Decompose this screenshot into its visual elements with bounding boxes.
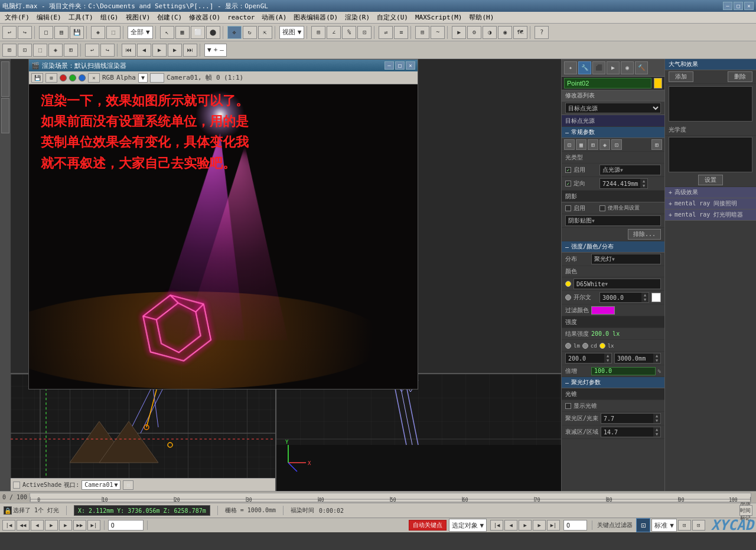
mental-ray-indirect-section[interactable]: + mental ray 间接照明 — [665, 198, 756, 209]
redo-btn[interactable]: ↪ — [18, 26, 32, 39]
align-btn[interactable]: ≡ — [394, 26, 408, 39]
render-btn[interactable]: ▶ — [452, 26, 466, 39]
atmosphere-section[interactable]: 大气和效果 — [665, 59, 756, 70]
shadow-global-checkbox[interactable] — [599, 205, 605, 211]
spotlight-section[interactable]: — 聚光灯参数 — [562, 377, 664, 388]
menu-render[interactable]: 渲染(R) — [341, 12, 373, 23]
mod-icon5[interactable]: ⊡ — [611, 139, 622, 150]
spinner-snap-btn[interactable]: ⊡ — [357, 26, 372, 39]
mirror-btn[interactable]: ⇌ — [379, 26, 393, 39]
minimize-btn[interactable]: — — [723, 2, 732, 10]
layer-btn[interactable]: ⊞ — [415, 26, 429, 39]
lx-indicator[interactable] — [599, 343, 605, 349]
open-btn[interactable]: ▤ — [54, 26, 69, 39]
mod-icon2[interactable]: ▦ — [576, 139, 586, 150]
select-target-dropdown[interactable]: 选定对象 ▼ — [449, 519, 487, 532]
help-btn[interactable]: ? — [535, 26, 549, 39]
filter-dropdown[interactable]: 全部 ▼ — [128, 26, 153, 39]
object-color-swatch[interactable] — [654, 78, 662, 89]
mod-icon6[interactable]: ⊞ — [651, 139, 662, 150]
menu-reactor[interactable]: reactor — [224, 12, 258, 22]
object-name-input[interactable] — [564, 78, 651, 89]
maximize-btn[interactable]: □ — [734, 2, 743, 10]
mental-ray-shader-section[interactable]: + mental ray 灯光明暗器 — [665, 209, 756, 221]
circle-btn[interactable]: ⬤ — [206, 26, 220, 39]
anim-play-btn[interactable]: ▶ — [45, 520, 58, 531]
mod-icon1[interactable]: ⊡ — [564, 139, 575, 150]
undo-btn[interactable]: ↩ — [2, 26, 17, 39]
falloff-spinbox[interactable]: 14.7 ▲ ▼ — [601, 427, 661, 437]
camera-dropdown[interactable]: Camera01 ▼ — [82, 480, 120, 490]
map-btn[interactable]: 🗺 — [513, 26, 527, 39]
general-params-section[interactable]: — 常规参数 — [562, 127, 664, 138]
menu-edit[interactable]: 编辑(E) — [33, 12, 65, 23]
tb2-btn4[interactable]: ◈ — [48, 44, 63, 57]
color-active-indicator[interactable] — [565, 281, 571, 287]
rect-btn[interactable]: ⬜ — [191, 26, 205, 39]
delete-atmosphere-btn[interactable]: 删除 — [728, 71, 752, 82]
rotate-btn[interactable]: ↻ — [243, 26, 257, 39]
kelvin-spinbox[interactable]: 3000.0 ▲ ▼ — [599, 292, 649, 303]
rp-hierarchy-icon[interactable]: ⬛ — [592, 61, 605, 74]
tb2-btn3[interactable]: ⬚ — [33, 44, 47, 57]
rp-modify-icon[interactable]: 🔧 — [578, 61, 591, 74]
pb-play-btn[interactable]: ▶ — [519, 520, 532, 531]
tb2-next-frame[interactable]: ▶ — [168, 44, 182, 57]
select-region-btn[interactable]: ⬚ — [106, 26, 120, 39]
view-dropdown[interactable]: 视图 ▼ — [279, 26, 305, 39]
anim-next-key-btn[interactable]: ▶▶ — [73, 520, 86, 531]
standard-dropdown[interactable]: 标准 ▼ — [651, 519, 677, 532]
render-close-btn[interactable]: ✕ — [406, 61, 415, 70]
multiplier-bar[interactable]: 100.0 — [591, 367, 656, 375]
ri-color-swatch[interactable] — [150, 73, 164, 83]
viewport-top[interactable]: ActiveShade 视口: Camera01 ▼ ⊡ — [11, 374, 276, 491]
render-settings-btn[interactable]: ⚙ — [467, 26, 481, 39]
anim-prev-start-btn[interactable]: |◀ — [2, 520, 15, 531]
rp-create-icon[interactable]: ✦ — [564, 61, 577, 74]
activeshade-check[interactable] — [13, 482, 20, 489]
ri-display-btn[interactable]: ✕ — [88, 73, 100, 83]
lm-indicator[interactable] — [565, 343, 571, 349]
std-extra-btn2[interactable]: ⊡ — [692, 520, 705, 531]
tb2-play-prev[interactable]: ⏮ — [122, 44, 136, 57]
tb2-dropdown[interactable]: ▼ + — — [204, 44, 227, 57]
menu-view[interactable]: 视图(V) — [122, 12, 154, 23]
curve-btn[interactable]: ~ — [431, 26, 445, 39]
material-btn[interactable]: ◉ — [498, 26, 512, 39]
pb-next-btn[interactable]: ▶ — [533, 520, 546, 531]
light-enabled-checkbox[interactable] — [565, 167, 571, 173]
modifier-select[interactable]: 目标点光源 — [565, 103, 661, 113]
viewport-perspective[interactable]: X Y — [276, 374, 561, 491]
tb2-btn1[interactable]: ⊞ — [2, 44, 17, 57]
shadow-enable-checkbox[interactable] — [565, 205, 571, 211]
pb-start-btn[interactable]: |◀ — [490, 520, 503, 531]
ri-save-btn[interactable]: 💾 — [31, 73, 43, 83]
rp-utility-icon[interactable]: 🔨 — [635, 61, 648, 74]
directional-checkbox[interactable] — [565, 181, 571, 186]
tb2-play[interactable]: ▶ — [152, 44, 167, 57]
tb2-btn2[interactable]: ⊡ — [18, 44, 32, 57]
dist-dropdown[interactable]: 聚光灯 ▼ — [591, 254, 661, 264]
intensity-val1-spinbox[interactable]: 200.0 ▲ ▼ — [565, 353, 612, 364]
ri-green-channel[interactable] — [69, 74, 76, 81]
ri-copy-btn[interactable]: ⊞ — [45, 73, 57, 83]
menu-graph-editor[interactable]: 图表编辑器(D) — [290, 12, 341, 23]
scale-btn[interactable]: ⇱ — [258, 26, 272, 39]
menu-modifier[interactable]: 修改器(O) — [185, 12, 224, 23]
shadow-map-dropdown[interactable]: 阴影贴图 ▼ — [565, 215, 661, 226]
snap-toggle-btn[interactable]: ⊞ — [311, 26, 325, 39]
render-minimize-btn[interactable]: — — [384, 61, 394, 70]
filter-color-swatch[interactable] — [591, 306, 615, 315]
exclude-btn[interactable]: 排除... — [628, 229, 661, 240]
intensity-section[interactable]: — 强度/颜色/分布 — [562, 241, 664, 253]
anim-next-frame-btn[interactable]: ▶ — [59, 520, 72, 531]
timeline-ruler[interactable]: 0 10 20 30 40 50 60 70 80 90 100 — [30, 493, 751, 502]
move-btn[interactable]: ✥ — [227, 26, 242, 39]
percent-snap-btn[interactable]: % — [342, 26, 356, 39]
add-time-label-btn[interactable]: 添加时间标记 — [739, 505, 752, 516]
menu-animation[interactable]: 动画(A) — [258, 12, 290, 23]
color-dropdown[interactable]: D65White ▼ — [573, 279, 661, 289]
save-btn[interactable]: 💾 — [70, 26, 84, 39]
show-cone-checkbox[interactable] — [565, 403, 571, 409]
ri-blue-channel[interactable] — [79, 74, 86, 81]
